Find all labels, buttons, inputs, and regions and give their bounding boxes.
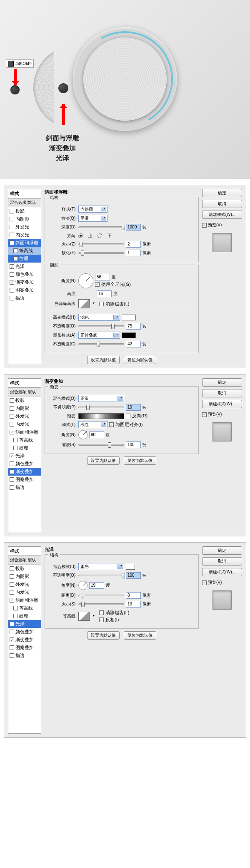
checkbox-icon[interactable] xyxy=(10,264,14,269)
slider-thumb-icon[interactable] xyxy=(81,602,85,607)
style-texture[interactable]: 纹理 xyxy=(8,612,41,620)
cancel-button[interactable]: 取消 xyxy=(202,200,242,208)
checkbox-icon[interactable] xyxy=(10,574,14,579)
gradient-picker[interactable] xyxy=(78,413,124,419)
style-inner-shadow[interactable]: 内阴影 xyxy=(8,215,41,223)
input-hi-opacity[interactable]: 75 xyxy=(126,323,141,330)
checkbox-icon[interactable] xyxy=(10,630,14,634)
checkbox-preview[interactable] xyxy=(202,580,207,585)
checkbox-icon[interactable] xyxy=(10,598,14,603)
select-highlight[interactable]: 滤色 xyxy=(78,314,120,321)
radio-up[interactable] xyxy=(78,233,83,238)
slider-thumb-icon[interactable] xyxy=(122,573,125,578)
style-bevel[interactable]: 斜面和浮雕 xyxy=(8,428,41,436)
style-stroke[interactable]: 描边 xyxy=(8,294,41,302)
style-satin[interactable]: 光泽 xyxy=(8,263,41,270)
slider-sh-opacity[interactable] xyxy=(78,343,124,345)
new-style-button[interactable]: 新建样式(W)... xyxy=(202,211,242,219)
checkbox-icon[interactable] xyxy=(10,422,14,427)
checkbox-global-light[interactable] xyxy=(95,282,100,287)
ok-button[interactable]: 确定 xyxy=(202,378,242,387)
color-satin[interactable] xyxy=(126,564,135,570)
input-depth[interactable]: 1000 xyxy=(126,224,141,231)
input-soften[interactable]: 1 xyxy=(126,250,141,256)
input-size[interactable]: 13 xyxy=(126,601,141,608)
style-pattern-overlay[interactable]: 图案叠加 xyxy=(8,644,41,652)
style-inner-shadow[interactable]: 内阴影 xyxy=(8,573,41,580)
set-default-button[interactable]: 设置为默认值 xyxy=(87,631,120,640)
checkbox-icon[interactable] xyxy=(10,296,14,300)
slider-opacity[interactable] xyxy=(78,575,124,576)
input-angle[interactable]: 19 xyxy=(89,582,104,589)
style-texture[interactable]: 纹理 xyxy=(8,255,41,263)
input-distance[interactable]: 8 xyxy=(126,592,141,599)
slider-thumb-icon[interactable] xyxy=(122,225,125,230)
style-gradient-overlay[interactable]: 渐变叠加 xyxy=(8,278,41,286)
checkbox-icon[interactable] xyxy=(10,209,14,213)
input-scale[interactable]: 100 xyxy=(126,441,141,448)
slider-thumb-icon[interactable] xyxy=(81,250,84,256)
color-highlight[interactable] xyxy=(122,315,136,320)
style-stroke[interactable]: 描边 xyxy=(8,652,41,660)
new-style-button[interactable]: 新建样式(W)... xyxy=(202,400,242,408)
radio-down[interactable] xyxy=(98,233,102,238)
contour-picker[interactable] xyxy=(78,299,90,308)
slider-thumb-icon[interactable] xyxy=(108,442,111,448)
input-altitude[interactable]: 16 xyxy=(97,290,112,297)
checkbox-icon[interactable] xyxy=(10,225,14,229)
checkbox-icon[interactable] xyxy=(13,438,18,442)
reset-default-button[interactable]: 复位为默认值 xyxy=(124,356,156,364)
ok-button[interactable]: 确定 xyxy=(202,189,242,197)
checkbox-icon[interactable] xyxy=(10,280,14,285)
checkbox-icon[interactable] xyxy=(13,248,18,253)
set-default-button[interactable]: 设置为默认值 xyxy=(87,356,120,364)
style-satin[interactable]: 光泽 xyxy=(8,620,41,628)
checkbox-icon[interactable] xyxy=(10,653,14,658)
checkbox-icon[interactable] xyxy=(13,446,18,450)
style-contour[interactable]: 等高线 xyxy=(8,247,41,255)
style-satin[interactable]: 光泽 xyxy=(8,452,41,460)
input-angle[interactable]: 56 xyxy=(95,274,110,280)
checkbox-icon[interactable] xyxy=(10,461,14,466)
reset-default-button[interactable]: 复位为默认值 xyxy=(124,456,156,465)
select-style[interactable]: 线性 xyxy=(78,421,108,428)
input-opacity[interactable]: 19 xyxy=(126,404,141,411)
style-stroke[interactable]: 描边 xyxy=(8,484,41,491)
style-drop-shadow[interactable]: 投影 xyxy=(8,565,41,573)
checkbox-invert[interactable] xyxy=(99,618,104,622)
checkbox-icon[interactable] xyxy=(13,614,18,618)
checkbox-icon[interactable] xyxy=(10,469,14,474)
new-style-button[interactable]: 新建样式(W)... xyxy=(202,568,242,576)
style-drop-shadow[interactable]: 投影 xyxy=(8,207,41,215)
slider-opacity[interactable] xyxy=(78,407,124,408)
select-blend[interactable]: 柔光 xyxy=(78,563,124,570)
color-shadow[interactable] xyxy=(122,332,136,338)
checkbox-align[interactable] xyxy=(109,422,114,427)
checkbox-icon[interactable] xyxy=(10,272,14,277)
checkbox-icon[interactable] xyxy=(10,454,14,458)
checkbox-icon[interactable] xyxy=(10,233,14,237)
slider-thumb-icon[interactable] xyxy=(111,324,115,329)
style-pattern-overlay[interactable]: 图案叠加 xyxy=(8,476,41,484)
style-inner-glow[interactable]: 内发光 xyxy=(8,420,41,428)
slider-scale[interactable] xyxy=(78,444,124,446)
slider-hi-opacity[interactable] xyxy=(78,325,124,327)
checkbox-icon[interactable] xyxy=(10,582,14,587)
angle-dial[interactable] xyxy=(78,581,88,590)
input-angle[interactable]: 90 xyxy=(89,432,104,438)
cancel-button[interactable]: 取消 xyxy=(202,557,242,565)
input-size[interactable]: 2 xyxy=(126,241,141,248)
style-pattern-overlay[interactable]: 图案叠加 xyxy=(8,286,41,294)
checkbox-icon[interactable] xyxy=(13,606,18,610)
blend-defaults[interactable]: 混合选项:默认 xyxy=(8,198,41,207)
slider-soften[interactable] xyxy=(78,252,124,254)
checkbox-icon[interactable] xyxy=(10,485,14,490)
checkbox-icon[interactable] xyxy=(10,622,14,626)
style-bevel[interactable]: 斜面和浮雕 xyxy=(8,239,41,247)
style-outer-glow[interactable]: 外发光 xyxy=(8,580,41,588)
checkbox-preview[interactable] xyxy=(202,223,207,228)
slider-thumb-icon[interactable] xyxy=(81,593,84,598)
style-color-overlay[interactable]: 颜色叠加 xyxy=(8,628,41,636)
checkbox-icon[interactable] xyxy=(10,637,14,642)
checkbox-icon[interactable] xyxy=(10,645,14,650)
